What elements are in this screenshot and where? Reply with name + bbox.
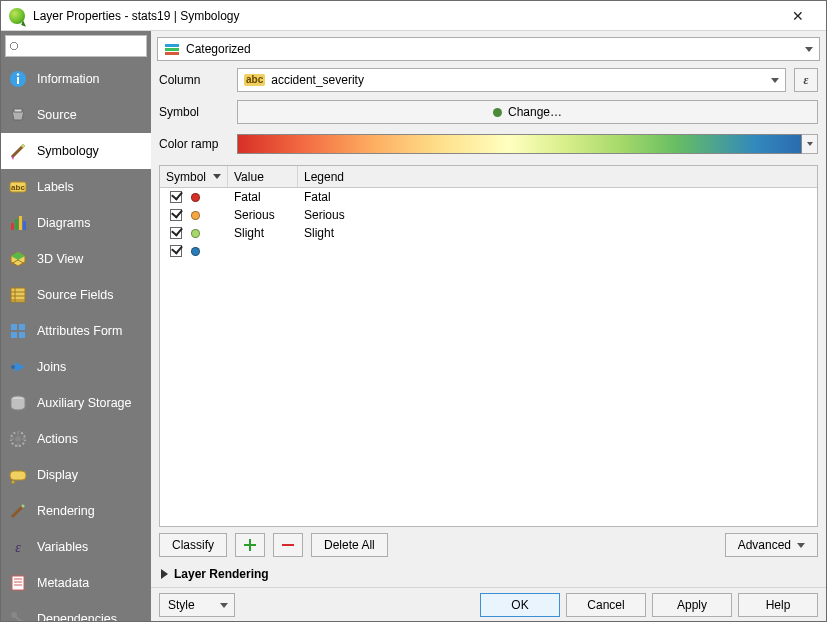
apply-button[interactable]: Apply (652, 593, 732, 617)
diagrams-icon (9, 214, 27, 232)
information-icon (9, 70, 27, 88)
triangle-right-icon (161, 569, 168, 579)
category-legend: Slight (298, 226, 817, 240)
svg-rect-36 (165, 44, 179, 47)
sidebar-item-label: Dependencies (37, 612, 117, 621)
close-button[interactable]: ✕ (778, 2, 818, 30)
category-row[interactable]: SeriousSerious (160, 206, 817, 224)
svg-rect-25 (10, 438, 14, 440)
category-value: Fatal (228, 190, 298, 204)
sidebar-item-label: Metadata (37, 576, 89, 590)
sidebar-item-diagrams[interactable]: Diagrams (1, 205, 151, 241)
delete-all-button[interactable]: Delete All (311, 533, 388, 557)
sidebar-item-label: Variables (37, 540, 88, 554)
svg-rect-6 (11, 223, 14, 230)
svg-rect-8 (19, 216, 22, 230)
layer-rendering-toggle[interactable]: Layer Rendering (151, 563, 826, 587)
sidebar-item-label: Source (37, 108, 77, 122)
svg-rect-29 (12, 576, 24, 590)
sidebar-item-dependencies[interactable]: Dependencies (1, 601, 151, 621)
3dview-icon (9, 250, 27, 268)
header-legend[interactable]: Legend (298, 166, 817, 187)
category-legend: Fatal (298, 190, 817, 204)
sidebar-item-display[interactable]: Display (1, 457, 151, 493)
svg-rect-18 (19, 332, 25, 338)
sidebar-item-rendering[interactable]: Rendering (1, 493, 151, 529)
style-menu-button[interactable]: Style (159, 593, 235, 617)
sidebar-item-actions[interactable]: Actions (1, 421, 151, 457)
change-symbol-label: Change… (508, 105, 562, 119)
category-visibility-checkbox[interactable] (170, 245, 182, 257)
svg-rect-26 (22, 438, 26, 440)
change-symbol-button[interactable]: Change… (237, 100, 818, 124)
svg-rect-37 (165, 48, 179, 51)
svg-rect-23 (17, 431, 19, 435)
chevron-down-icon (220, 603, 228, 608)
dependencies-icon (9, 610, 27, 621)
display-icon (9, 466, 27, 484)
sidebar-item-labels[interactable]: abcLabels (1, 169, 151, 205)
expression-builder-button[interactable]: ε (794, 68, 818, 92)
category-visibility-checkbox[interactable] (170, 227, 182, 239)
svg-rect-27 (10, 471, 26, 480)
category-row[interactable] (160, 242, 817, 260)
sidebar-item-label: Rendering (37, 504, 95, 518)
rendering-icon (9, 502, 27, 520)
sidebar-item-label: Auxiliary Storage (37, 396, 132, 410)
variables-icon: ε (9, 538, 27, 556)
category-visibility-checkbox[interactable] (170, 191, 182, 203)
sidebar-item-label: Labels (37, 180, 74, 194)
metadata-icon (9, 574, 27, 592)
category-symbol-swatch (191, 229, 200, 238)
app-icon (9, 8, 25, 24)
header-value[interactable]: Value (228, 166, 298, 187)
sidebar-item-attributesform[interactable]: Attributes Form (1, 313, 151, 349)
color-ramp-selector[interactable] (237, 134, 802, 154)
sidebar-item-label: Attributes Form (37, 324, 122, 338)
classify-button[interactable]: Classify (159, 533, 227, 557)
advanced-button[interactable]: Advanced (725, 533, 818, 557)
sidebar-item-auxiliarystorage[interactable]: Auxiliary Storage (1, 385, 151, 421)
sidebar-item-3dview[interactable]: 3D View (1, 241, 151, 277)
category-row[interactable]: SlightSlight (160, 224, 817, 242)
category-symbol-swatch (191, 193, 200, 202)
layer-rendering-label: Layer Rendering (174, 567, 269, 581)
svg-rect-3 (14, 109, 22, 112)
title-bar: Layer Properties - stats19 | Symbology ✕ (1, 1, 826, 31)
svg-text:ε: ε (15, 540, 21, 555)
color-ramp-menu-button[interactable] (802, 134, 818, 154)
source-icon (9, 106, 27, 124)
column-dropdown[interactable]: abc accident_severity (237, 68, 786, 92)
renderer-type-label: Categorized (186, 42, 251, 56)
sidebar-item-symbology[interactable]: Symbology (1, 133, 151, 169)
joins-icon (9, 358, 27, 376)
cancel-button[interactable]: Cancel (566, 593, 646, 617)
sidebar-item-joins[interactable]: Joins (1, 349, 151, 385)
renderer-type-dropdown[interactable]: Categorized (157, 37, 820, 61)
column-value: accident_severity (271, 73, 364, 87)
svg-rect-9 (23, 221, 26, 230)
sidebar-item-metadata[interactable]: Metadata (1, 565, 151, 601)
sort-indicator-icon (213, 174, 221, 179)
sidebar-item-source[interactable]: Source (1, 97, 151, 133)
chevron-down-icon (807, 142, 813, 146)
sidebar-search-input[interactable] (5, 35, 147, 57)
help-button[interactable]: Help (738, 593, 818, 617)
header-symbol[interactable]: Symbol (160, 166, 228, 187)
svg-rect-16 (19, 324, 25, 330)
labels-icon: abc (9, 178, 27, 196)
sidebar-item-information[interactable]: Information (1, 61, 151, 97)
window-title: Layer Properties - stats19 | Symbology (33, 9, 778, 23)
category-visibility-checkbox[interactable] (170, 209, 182, 221)
sidebar-item-label: Display (37, 468, 78, 482)
sidebar-item-variables[interactable]: εVariables (1, 529, 151, 565)
sidebar-item-sourcefields[interactable]: Source Fields (1, 277, 151, 313)
symbology-icon (9, 142, 27, 160)
categorized-icon (164, 41, 180, 57)
add-category-button[interactable] (235, 533, 265, 557)
ok-button[interactable]: OK (480, 593, 560, 617)
category-row[interactable]: FatalFatal (160, 188, 817, 206)
sourcefields-icon (9, 286, 27, 304)
remove-category-button[interactable] (273, 533, 303, 557)
svg-text:abc: abc (11, 183, 25, 192)
